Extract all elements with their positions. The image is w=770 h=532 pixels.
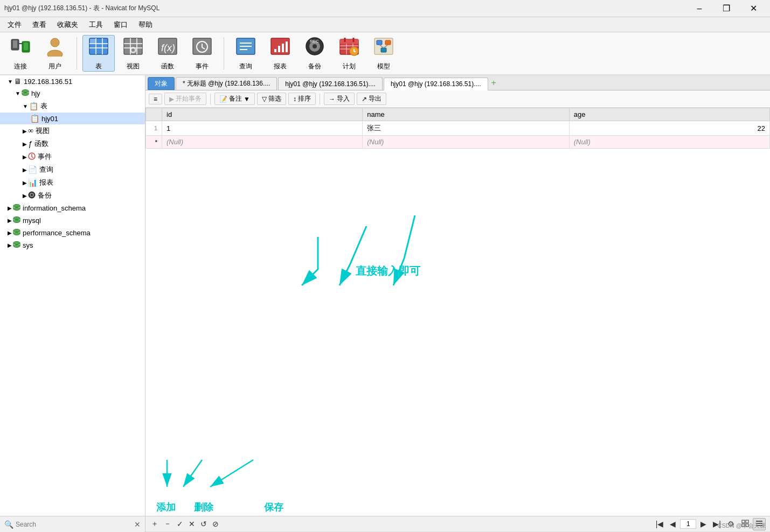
menu-favorites[interactable]: 收藏夹 xyxy=(52,18,84,32)
sidebar-item-events[interactable]: ▶ 事件 xyxy=(0,150,145,163)
search-input[interactable] xyxy=(16,521,134,528)
sidebar-item-backups[interactable]: ▶ 备份 xyxy=(0,189,145,202)
sidebar-item-connection[interactable]: ▼ 🖥 192.168.136.51 xyxy=(0,75,145,87)
menu-tools[interactable]: 工具 xyxy=(84,18,108,32)
toolbar-table-label: 表 xyxy=(95,62,102,71)
function-icon: f(x) xyxy=(157,36,178,61)
svg-point-19 xyxy=(131,48,135,52)
search-icon: 🔍 xyxy=(4,520,13,529)
close-button[interactable]: ✕ xyxy=(741,0,766,17)
tab-untitled[interactable]: * 无标题 @hjy (192.168.136.... xyxy=(176,77,277,90)
confirm-button[interactable]: ✓ xyxy=(176,519,184,529)
toolbar-user[interactable]: 用户 xyxy=(39,35,71,72)
toolbar-event[interactable]: 事件 xyxy=(186,35,218,72)
nav-prev-button[interactable]: ◀ xyxy=(668,519,678,529)
queries-label: 查询 xyxy=(39,165,53,174)
toolbar-event-label: 事件 xyxy=(196,62,209,71)
sort-label: 排序 xyxy=(298,94,311,103)
start-transaction-button[interactable]: ▶ 开始事务 xyxy=(164,93,206,105)
connect-icon xyxy=(10,36,31,61)
delete-row-button[interactable]: － xyxy=(163,518,172,530)
cell-name-1[interactable]: 张三 xyxy=(363,121,570,136)
svg-point-65 xyxy=(13,208,20,211)
sort-icon: ↕ xyxy=(293,95,296,103)
refresh-button[interactable]: ↺ xyxy=(199,519,208,529)
title-bar: hjy01 @hjy (192.168.136.51) - 表 - Navica… xyxy=(0,0,770,17)
content-area: 对象 * 无标题 @hjy (192.168.136.... hjy01 @hj… xyxy=(145,75,770,516)
sidebar-item-views[interactable]: ▶ ∞ 视图 xyxy=(0,124,145,137)
menu-file[interactable]: 文件 xyxy=(2,18,27,32)
sidebar-item-hjy01[interactable]: 📋 hjy01 xyxy=(0,113,145,124)
search-clear-icon[interactable]: ✕ xyxy=(134,520,141,529)
stop-button[interactable]: ⊘ xyxy=(211,519,220,529)
perf-schema-label: performance_schema xyxy=(23,229,91,237)
toolbar-backup[interactable]: REC 备份 xyxy=(299,35,331,72)
expand-arrow-views: ▶ xyxy=(23,128,27,134)
reports-label: 报表 xyxy=(39,178,53,187)
svg-point-64 xyxy=(13,205,20,207)
toolbar-plan[interactable]: 计划 xyxy=(333,35,365,72)
toolbar-function[interactable]: f(x) 函数 xyxy=(151,35,184,72)
sort-button[interactable]: ↕ 排序 xyxy=(288,93,316,105)
minimize-button[interactable]: – xyxy=(687,0,712,17)
toolbar-user-label: 用户 xyxy=(48,62,61,71)
window-controls: – ❐ ✕ xyxy=(687,0,766,17)
cancel-button[interactable]: ✕ xyxy=(188,519,196,529)
sidebar-item-queries[interactable]: ▶ 📄 查询 xyxy=(0,163,145,176)
expand-arrow-info: ▶ xyxy=(8,205,12,211)
sidebar-item-info-schema[interactable]: ▶ information_schema xyxy=(0,202,145,214)
new-row-age[interactable]: (Null) xyxy=(569,136,769,149)
svg-point-71 xyxy=(13,245,20,248)
table-new-row[interactable]: * (Null) (Null) (Null) xyxy=(146,136,770,149)
sidebar-item-functions[interactable]: ▶ ƒ 函数 xyxy=(0,137,145,150)
new-row-name[interactable]: (Null) xyxy=(363,136,570,149)
menu-view[interactable]: 查看 xyxy=(27,18,52,32)
hamburger-menu-button[interactable]: ≡ xyxy=(149,94,162,104)
import-button[interactable]: → 导入 xyxy=(324,93,355,105)
annotation-overlay: 直接输入即可 xyxy=(145,108,770,516)
sidebar-item-tables[interactable]: ▼ 📋 表 xyxy=(0,100,145,113)
new-row-id[interactable]: (Null) xyxy=(162,136,363,149)
add-row-button[interactable]: ＋ xyxy=(150,518,159,530)
th-age[interactable]: age xyxy=(569,108,769,121)
toolbar-connect[interactable]: 连接 xyxy=(4,35,37,72)
expand-arrow-events: ▶ xyxy=(23,154,27,160)
sidebar-item-reports[interactable]: ▶ 📊 报表 xyxy=(0,176,145,189)
table-row[interactable]: 1 1 张三 22 xyxy=(146,121,770,136)
filter-button[interactable]: ▽ 筛选 xyxy=(257,93,286,105)
sidebar-item-mysql[interactable]: ▶ mysql xyxy=(0,214,145,227)
toolbar-report[interactable]: 报表 xyxy=(264,35,296,72)
svg-point-37 xyxy=(313,44,317,48)
comment-button[interactable]: 📝 备注 ▼ xyxy=(214,93,255,105)
toolbar-table[interactable]: 表 xyxy=(82,35,115,72)
mysql-label: mysql xyxy=(23,216,41,225)
tab-add-button[interactable]: + xyxy=(491,78,496,88)
sidebar-item-sys[interactable]: ▶ sys xyxy=(0,239,145,251)
cell-age-1[interactable]: 22 xyxy=(569,121,769,136)
tab-hjy01-1[interactable]: hjy01 @hjy (192.168.136.51).... xyxy=(278,77,383,90)
tab-hjy01-2[interactable]: hjy01 @hjy (192.168.136.51).... xyxy=(384,78,488,90)
comment-icon: 📝 xyxy=(219,95,227,103)
menu-help[interactable]: 帮助 xyxy=(133,18,158,32)
toolbar-report-label: 报表 xyxy=(274,62,287,71)
nav-next-button[interactable]: ▶ xyxy=(698,519,709,529)
page-number[interactable]: 1 xyxy=(680,519,696,529)
tab-objects-label: 对象 xyxy=(155,79,168,88)
tab-objects[interactable]: 对象 xyxy=(148,77,175,90)
restore-button[interactable]: ❐ xyxy=(714,0,739,17)
sidebar-item-perf-schema[interactable]: ▶ performance_schema xyxy=(0,227,145,239)
nav-first-button[interactable]: |◀ xyxy=(654,519,666,529)
th-id[interactable]: id xyxy=(162,108,363,121)
svg-point-56 xyxy=(22,90,29,93)
backup-icon: REC xyxy=(304,36,325,61)
th-name[interactable]: name xyxy=(363,108,570,121)
toolbar-query[interactable]: 查询 xyxy=(230,35,262,72)
svg-point-70 xyxy=(13,242,20,244)
export-button[interactable]: ↗ 导出 xyxy=(357,93,386,105)
sidebar-item-hjy[interactable]: ▼ hjy xyxy=(0,87,145,100)
toolbar-model[interactable]: 模型 xyxy=(367,35,400,72)
menu-window[interactable]: 窗口 xyxy=(108,18,133,32)
toolbar-view[interactable]: 视图 xyxy=(117,35,149,72)
table-bottom-section: ＋ － ✓ ✕ ↺ ⊘ |◀ ◀ 1 ▶ ▶| ⚙ xyxy=(145,516,770,532)
cell-id-1[interactable]: 1 xyxy=(162,121,363,136)
